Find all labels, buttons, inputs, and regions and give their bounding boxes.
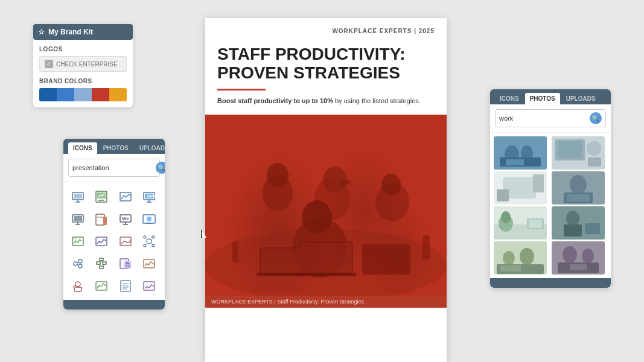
color-swatch-4[interactable]	[92, 88, 109, 101]
doc-title: STAFF PRODUCTIVITY: PROVEN STRATEGIES	[217, 45, 435, 83]
icon-cell[interactable]	[115, 275, 136, 296]
icons-panel-footer	[63, 300, 165, 310]
svg-point-33	[152, 236, 155, 238]
doc-brand-line: WORKPLACE EXPERTS | 2025	[217, 28, 435, 34]
icons-search-input[interactable]	[72, 164, 156, 171]
photos-search-button[interactable]: 🔍	[590, 112, 602, 124]
svg-rect-48	[100, 266, 103, 268]
color-swatch-5[interactable]	[109, 88, 127, 101]
icon-cell[interactable]	[91, 253, 112, 274]
svg-point-102	[570, 175, 587, 194]
svg-rect-46	[97, 262, 100, 264]
photos-panel-tabs: ICONS PHOTOS UPLOADS	[490, 89, 611, 104]
star-icon: ☆	[38, 28, 45, 36]
svg-rect-94	[558, 141, 582, 158]
svg-point-75	[293, 217, 347, 278]
svg-rect-99	[497, 189, 509, 202]
tab-uploads[interactable]: UPLOADS	[135, 142, 165, 154]
svg-point-73	[375, 183, 409, 221]
icon-cell[interactable]	[115, 230, 136, 252]
photos-search-input[interactable]	[499, 115, 590, 122]
svg-rect-85	[232, 241, 238, 262]
svg-rect-28	[73, 238, 77, 240]
svg-rect-53	[124, 261, 131, 268]
svg-point-69	[267, 163, 289, 187]
icon-cell[interactable]	[67, 275, 88, 296]
svg-rect-29	[96, 237, 107, 246]
color-swatch-3[interactable]	[74, 88, 92, 101]
tab-photos[interactable]: PHOTOS	[98, 142, 133, 154]
icon-cell[interactable]	[67, 253, 88, 274]
svg-point-68	[263, 175, 293, 211]
svg-point-112	[566, 211, 579, 226]
svg-point-42	[78, 264, 82, 268]
svg-point-26	[147, 217, 151, 221]
svg-rect-58	[73, 285, 75, 288]
tab-icons-photos-panel[interactable]: ICONS	[495, 93, 524, 104]
photo-thumb-6[interactable]	[552, 206, 605, 240]
svg-rect-60	[121, 281, 130, 291]
svg-rect-45	[100, 258, 103, 261]
doc-header: WORKPLACE EXPERTS | 2025	[205, 18, 447, 39]
photo-thumb-2[interactable]	[552, 136, 605, 170]
svg-rect-17	[96, 214, 104, 225]
svg-line-50	[98, 264, 100, 265]
icon-cell[interactable]	[115, 186, 136, 207]
doc-subtitle: Boost staff productivity to up to 10% by…	[217, 97, 435, 106]
svg-rect-66	[205, 115, 447, 308]
photos-panel-footer	[490, 278, 611, 288]
tab-photos-photos-panel[interactable]: PHOTOS	[525, 93, 560, 104]
svg-rect-83	[300, 243, 352, 273]
photo-thumb-7[interactable]	[494, 241, 547, 275]
icon-cell[interactable]: We	[115, 208, 136, 229]
icon-cell[interactable]	[91, 275, 112, 296]
icon-cell[interactable]	[67, 208, 88, 229]
photo-thumb-4[interactable]	[552, 171, 605, 205]
icon-cell[interactable]	[139, 230, 160, 252]
cursor	[201, 229, 206, 238]
svg-rect-47	[103, 262, 106, 264]
svg-rect-91	[506, 159, 524, 165]
icons-search-box: 🔍	[68, 159, 160, 177]
icon-cell[interactable]	[67, 230, 88, 252]
svg-rect-18	[103, 217, 107, 225]
icon-cell[interactable]	[139, 253, 160, 274]
icons-grid: PPT We	[63, 182, 165, 300]
svg-line-51	[103, 264, 104, 265]
svg-point-117	[520, 248, 534, 265]
check-enterprise-button[interactable]: ✓ CHECK ENTERPRISE	[39, 56, 127, 72]
svg-rect-124	[570, 264, 587, 270]
logos-label: LOGOS	[39, 46, 127, 52]
icon-cell[interactable]	[139, 208, 160, 229]
doc-image-container: WORKPLACE EXPERTS | Staff Productivity: …	[205, 115, 447, 308]
icon-cell[interactable]	[91, 230, 112, 252]
tab-icons[interactable]: ICONS	[68, 142, 97, 154]
svg-rect-110	[529, 220, 542, 228]
icon-cell[interactable]	[91, 186, 112, 207]
photos-panel: ICONS PHOTOS UPLOADS 🔍	[490, 89, 611, 288]
logos-section: LOGOS ✓ CHECK ENTERPRISE	[39, 46, 127, 72]
photo-thumb-5[interactable]	[494, 206, 547, 240]
photo-thumb-8[interactable]	[552, 241, 605, 275]
tab-uploads-photos-panel[interactable]: UPLOADS	[561, 93, 601, 104]
icon-cell[interactable]	[91, 208, 112, 229]
color-swatch-1[interactable]	[39, 88, 57, 101]
icon-cell[interactable]	[139, 275, 160, 296]
color-swatch-2[interactable]	[57, 88, 74, 101]
icons-search-button[interactable]: 🔍	[156, 162, 165, 174]
icon-cell[interactable]: PPT	[139, 186, 160, 207]
icon-cell[interactable]	[67, 186, 88, 207]
photo-thumb-3[interactable]	[494, 171, 547, 205]
svg-point-122	[582, 249, 594, 263]
svg-rect-119	[500, 265, 521, 272]
brand-kit-panel: ☆ My Brand Kit LOGOS ✓ CHECK ENTERPRISE …	[33, 24, 133, 107]
search-icon: 🔍	[591, 115, 600, 122]
check-enterprise-label: CHECK ENTERPRISE	[56, 61, 118, 68]
svg-text:We: We	[122, 216, 129, 221]
icon-cell[interactable]	[115, 253, 136, 274]
photo-thumb-1[interactable]	[494, 136, 547, 170]
svg-point-40	[74, 262, 77, 265]
doc-title-line2: PROVEN STRATEGIES	[217, 64, 435, 83]
doc-divider	[217, 89, 266, 91]
icons-panel-tabs: ICONS PHOTOS UPLOADS	[63, 139, 165, 154]
